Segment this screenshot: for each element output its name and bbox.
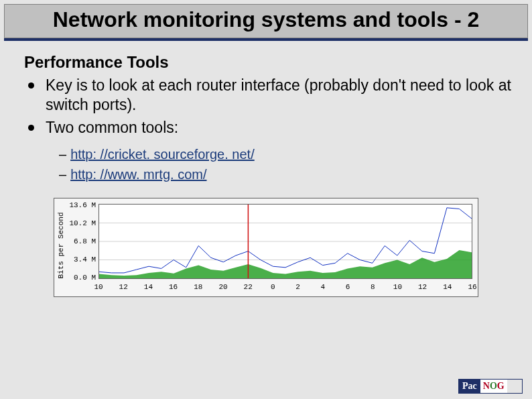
logo-left: Pac bbox=[459, 380, 480, 393]
sublink-item: –http: //www. mrtg. com/ bbox=[59, 164, 515, 184]
chart-ylabel: Bits per Second bbox=[54, 198, 68, 296]
pacnog-logo: Pac NOG bbox=[458, 379, 523, 394]
chart-plot-area bbox=[98, 204, 472, 279]
link-cricket[interactable]: http: //cricket. sourceforge. net/ bbox=[70, 147, 255, 162]
slide-title: Network monitoring systems and tools - 2 bbox=[11, 7, 521, 32]
chart-svg bbox=[99, 205, 472, 278]
chart-xticks: 101214161820220246810121416 bbox=[98, 283, 472, 294]
sublink-item: –http: //cricket. sourceforge. net/ bbox=[59, 144, 515, 164]
title-divider bbox=[4, 38, 528, 41]
logo-right: NOG bbox=[480, 380, 507, 393]
bullet-item: Key is to look at each router interface … bbox=[27, 76, 515, 115]
section-heading: Performance Tools bbox=[24, 53, 515, 72]
content-area: Performance Tools Key is to look at each… bbox=[0, 53, 532, 297]
slide-title-bar: Network monitoring systems and tools - 2 bbox=[4, 4, 528, 38]
sublink-list: –http: //cricket. sourceforge. net/ –htt… bbox=[59, 144, 515, 184]
link-mrtg[interactable]: http: //www. mrtg. com/ bbox=[70, 167, 206, 182]
bullet-item: Two common tools: bbox=[27, 118, 515, 137]
traffic-chart: Bits per Second 13.6 M 10.2 M 6.8 M 3.4 … bbox=[54, 198, 478, 297]
bullet-list: Key is to look at each router interface … bbox=[27, 76, 515, 137]
chart-yticks: 13.6 M 10.2 M 6.8 M 3.4 M 0.0 M bbox=[68, 198, 98, 296]
